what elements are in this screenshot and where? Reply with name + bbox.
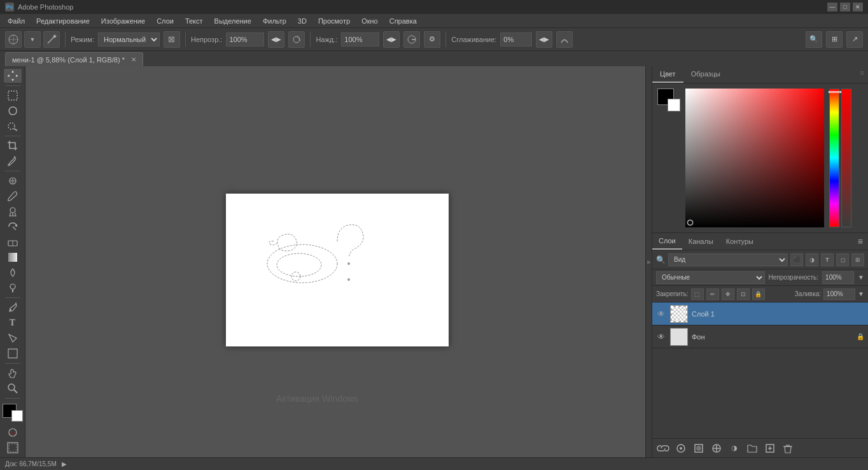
zoom-tool[interactable] xyxy=(4,381,22,395)
menu-filter[interactable]: Фильтр xyxy=(258,16,291,26)
kind-text[interactable]: T xyxy=(821,253,834,266)
color-picker-dot[interactable] xyxy=(687,220,693,225)
layer-item-bg[interactable]: 👁 Фон 🔒 xyxy=(652,325,868,348)
adjustment-layer-btn[interactable]: ◑ xyxy=(727,441,741,455)
lock-artboard[interactable]: ⊡ xyxy=(737,288,750,300)
tab-channels[interactable]: Каналы xyxy=(682,234,720,249)
menu-3d[interactable]: 3D xyxy=(293,16,312,26)
angle-btn[interactable] xyxy=(403,31,420,48)
history-brush-tool[interactable] xyxy=(4,220,22,234)
brush-tool[interactable] xyxy=(4,189,22,203)
canvas-area[interactable]: Активация Windows Чтобы активировать Win… xyxy=(25,66,645,457)
document-tab[interactable]: мени-1 @ 5,88% (Слой 1, RGB/8) * ✕ xyxy=(5,52,143,66)
folder-layer-btn[interactable] xyxy=(745,441,759,455)
menu-file[interactable]: Файл xyxy=(3,16,30,26)
settings-btn[interactable]: ⚙ xyxy=(424,31,440,48)
menu-window[interactable]: Окно xyxy=(356,16,383,26)
kind-shape[interactable]: ◻ xyxy=(836,253,849,266)
layer-fill-input[interactable] xyxy=(823,288,855,300)
smoothing-input[interactable] xyxy=(500,32,532,46)
hue-bar[interactable] xyxy=(829,89,839,227)
maximize-button[interactable]: □ xyxy=(840,3,850,11)
fill-layer-btn[interactable] xyxy=(710,441,724,455)
layers-options-btn[interactable]: ≡ xyxy=(853,234,868,249)
brush-size-btn[interactable]: ▼ xyxy=(24,31,41,48)
smoothing-toggle[interactable]: ◀▶ xyxy=(536,31,552,48)
menu-help[interactable]: Справка xyxy=(384,16,422,26)
fill-chevron[interactable]: ▼ xyxy=(858,290,864,297)
kind-adjust[interactable]: ◑ xyxy=(806,253,818,266)
color-swatches[interactable] xyxy=(1,404,24,422)
layer-mask-btn[interactable] xyxy=(692,441,706,455)
close-doc-tab[interactable]: ✕ xyxy=(131,56,136,63)
text-tool[interactable]: T xyxy=(4,316,22,330)
screen-mode-btn[interactable] xyxy=(4,441,22,455)
gradient-tool[interactable] xyxy=(4,250,22,264)
shape-tool[interactable] xyxy=(4,346,22,360)
status-arrow[interactable]: ▶ xyxy=(62,460,67,467)
kind-smart[interactable]: ⊞ xyxy=(851,253,864,266)
layer-visibility-bg[interactable]: 👁 xyxy=(656,332,666,342)
tab-swatches[interactable]: Образцы xyxy=(683,66,728,83)
alpha-bar[interactable] xyxy=(841,89,851,227)
layer-visibility-1[interactable]: 👁 xyxy=(656,309,666,319)
menu-view[interactable]: Просмотр xyxy=(313,16,355,26)
lock-all[interactable]: 🔒 xyxy=(752,288,765,300)
lock-paint[interactable]: ✏ xyxy=(706,288,719,300)
brush-pressure-btn[interactable] xyxy=(43,31,60,48)
tab-layers[interactable]: Слои xyxy=(652,233,682,250)
healing-tool[interactable] xyxy=(4,174,22,188)
layer-styles-btn[interactable] xyxy=(674,441,688,455)
lasso-tool[interactable] xyxy=(4,104,22,118)
color-gradient-picker[interactable] xyxy=(685,89,824,227)
quick-select-tool[interactable] xyxy=(4,119,22,133)
blur-tool[interactable] xyxy=(4,266,22,280)
tab-color[interactable]: Цвет xyxy=(652,66,683,83)
delete-layer-btn[interactable] xyxy=(781,441,795,455)
new-layer-btn[interactable] xyxy=(763,441,777,455)
minimize-button[interactable]: — xyxy=(827,3,837,11)
smoothing-options[interactable] xyxy=(556,31,573,48)
close-button[interactable]: ✕ xyxy=(853,3,863,11)
mode-toggle[interactable]: ⊠ xyxy=(164,31,180,48)
pen-tool[interactable] xyxy=(4,301,22,315)
layer-kind-select[interactable]: Вид xyxy=(668,253,788,266)
hand-tool[interactable] xyxy=(4,366,22,380)
background-color[interactable] xyxy=(11,410,23,422)
bg-swatch[interactable] xyxy=(668,99,680,111)
path-select-tool[interactable] xyxy=(4,331,22,345)
eyedropper-tool[interactable] xyxy=(4,154,22,168)
layer-opacity-input[interactable] xyxy=(822,271,854,284)
quick-mask-tool[interactable] xyxy=(4,425,22,439)
menu-image[interactable]: Изображение xyxy=(96,16,150,26)
lock-transparent[interactable]: ⬚ xyxy=(691,288,704,300)
menu-text[interactable]: Текст xyxy=(180,16,208,26)
crop-tool[interactable] xyxy=(4,139,22,153)
search-btn[interactable]: 🔍 xyxy=(806,31,822,48)
move-tool[interactable] xyxy=(4,69,22,83)
panel-collapse-btn[interactable]: ▶ xyxy=(645,66,652,457)
eraser-tool[interactable] xyxy=(4,235,22,249)
selection-tool[interactable] xyxy=(4,89,22,103)
tab-paths[interactable]: Контуры xyxy=(720,234,760,249)
share-btn[interactable]: ↗ xyxy=(846,31,863,48)
lock-position[interactable]: ✥ xyxy=(722,288,734,300)
flow-input[interactable] xyxy=(341,32,379,46)
color-panel-options[interactable]: ≡ xyxy=(857,66,868,83)
kind-pixel[interactable]: ⬛ xyxy=(790,253,803,266)
layer-item[interactable]: 👁 Слой 1 xyxy=(652,303,868,325)
airbrush-btn[interactable] xyxy=(288,31,305,48)
workspace-btn[interactable]: ⊞ xyxy=(826,31,843,48)
menu-edit[interactable]: Редактирование xyxy=(31,16,95,26)
brush-preset-btn[interactable] xyxy=(5,31,22,48)
mode-select[interactable]: Нормальный xyxy=(98,32,160,46)
menu-select[interactable]: Выделение xyxy=(209,16,256,26)
opacity-input[interactable] xyxy=(226,32,264,46)
stamp-tool[interactable] xyxy=(4,204,22,218)
menu-layers[interactable]: Слои xyxy=(151,16,179,26)
dodge-tool[interactable] xyxy=(4,281,22,295)
opacity-toggle[interactable]: ◀▶ xyxy=(268,31,284,48)
flow-toggle[interactable]: ◀▶ xyxy=(383,31,400,48)
link-layers-btn[interactable] xyxy=(656,441,670,455)
opacity-chevron[interactable]: ▼ xyxy=(858,274,864,281)
